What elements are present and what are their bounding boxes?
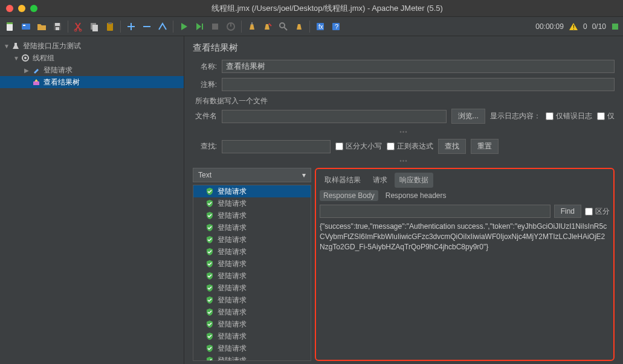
find-button[interactable]: Find	[554, 205, 581, 218]
svg-rect-2	[22, 24, 30, 30]
result-item[interactable]: 登陆请求	[193, 270, 311, 282]
result-item[interactable]: 登陆请求	[193, 185, 311, 197]
maximize-icon[interactable]	[30, 5, 37, 12]
search-input[interactable]	[222, 140, 331, 153]
svg-rect-28	[612, 24, 618, 30]
svg-rect-20	[251, 22, 253, 25]
result-list[interactable]: 登陆请求登陆请求登陆请求登陆请求登陆请求登陆请求登陆请求登陆请求登陆请求登陆请求…	[193, 185, 311, 361]
success-shield-icon	[205, 247, 214, 256]
stop-icon[interactable]	[208, 20, 222, 33]
svg-text:?: ?	[335, 23, 338, 30]
start-no-pause-icon[interactable]	[193, 20, 206, 33]
titlebar: 线程组.jmx (/Users/joel/Desktop/线程组.jmx) - …	[0, 0, 623, 17]
name-label: 名称:	[193, 62, 217, 72]
tree-label: 查看结果树	[44, 77, 80, 88]
open-file-icon[interactable]	[35, 20, 48, 33]
result-item[interactable]: 登陆请求	[193, 342, 311, 354]
thread-count: 0/10	[592, 22, 606, 31]
search-label: 查找:	[193, 141, 217, 152]
help-icon[interactable]: ?	[329, 20, 343, 33]
success-shield-icon	[205, 320, 214, 328]
case-sensitive-checkbox[interactable]: 区分大小写	[335, 141, 382, 152]
tab-2[interactable]: 响应数据	[395, 173, 433, 188]
tree-test-plan[interactable]: ▼ 登陆接口压力测试	[0, 40, 184, 52]
result-item[interactable]: 登陆请求	[193, 258, 311, 270]
flask-icon	[11, 41, 21, 51]
subtab-0[interactable]: Response Body	[320, 190, 378, 201]
result-item[interactable]: 登陆请求	[193, 330, 311, 342]
svg-rect-31	[33, 81, 39, 85]
shutdown-icon[interactable]	[224, 20, 237, 33]
tree-view-results[interactable]: 查看结果树	[0, 76, 184, 88]
pipette-icon	[31, 65, 41, 75]
new-file-icon[interactable]	[4, 20, 17, 33]
result-item[interactable]: 登陆请求	[193, 282, 311, 294]
result-item[interactable]: 登陆请求	[193, 197, 311, 209]
svg-text:!: !	[573, 24, 575, 31]
clear-icon[interactable]	[245, 20, 259, 33]
expand-icon[interactable]	[124, 20, 138, 33]
tree-toggle-icon[interactable]: ▶	[24, 67, 31, 74]
start-icon[interactable]	[177, 20, 190, 33]
function-helper-icon[interactable]: fx	[314, 20, 327, 33]
reset-search-icon[interactable]	[292, 20, 306, 33]
reset-button[interactable]: 重置	[471, 139, 499, 154]
warn-count: 0	[583, 22, 587, 31]
result-item[interactable]: 登陆请求	[193, 234, 311, 246]
result-item-label: 登陆请求	[218, 199, 247, 209]
renderer-dropdown[interactable]: Text ▾	[193, 168, 311, 182]
result-item-label: 登陆请求	[218, 307, 247, 318]
only-error-checkbox[interactable]: 仅错误日志	[546, 111, 592, 121]
subtabs: Response BodyResponse headers	[320, 190, 610, 201]
elapsed-time: 00:00:09	[535, 22, 564, 31]
result-item[interactable]: 登陆请求	[193, 354, 311, 361]
clear-all-icon[interactable]	[261, 20, 274, 33]
browse-button[interactable]: 浏览...	[451, 109, 485, 124]
copy-icon[interactable]	[88, 20, 101, 33]
search-icon[interactable]	[277, 20, 290, 33]
gear-icon	[21, 53, 30, 63]
svg-rect-5	[55, 23, 60, 26]
result-item-label: 登陆请求	[218, 271, 247, 281]
result-item[interactable]: 登陆请求	[193, 318, 311, 330]
tree-toggle-icon[interactable]: ▼	[13, 55, 21, 62]
svg-rect-3	[23, 25, 25, 26]
results-tree-icon	[31, 77, 41, 87]
result-item-label: 登陆请求	[218, 295, 247, 305]
result-item[interactable]: 登陆请求	[193, 306, 311, 318]
search-button[interactable]: 查找	[438, 139, 466, 154]
result-item[interactable]: 登陆请求	[193, 294, 311, 306]
toggle-icon[interactable]	[156, 20, 169, 33]
save-icon[interactable]	[51, 20, 64, 33]
find-input[interactable]	[320, 205, 550, 218]
only-partial-checkbox[interactable]: 仅	[597, 111, 615, 121]
cut-icon[interactable]	[72, 20, 85, 33]
tab-0[interactable]: 取样器结果	[320, 173, 366, 188]
regex-checkbox[interactable]: 正则表达式	[387, 141, 433, 152]
tree-http-request[interactable]: ▶ 登陆请求	[0, 64, 184, 76]
tree-thread-group[interactable]: ▼ 线程组	[0, 52, 184, 64]
find-case-checkbox[interactable]: 区分	[585, 206, 610, 217]
test-plan-tree[interactable]: ▼ 登陆接口压力测试 ▼ 线程组 ▶ 登陆请求 查看结果树	[0, 36, 184, 364]
filename-input[interactable]	[222, 110, 447, 123]
tab-1[interactable]: 请求	[368, 173, 392, 188]
success-shield-icon	[205, 344, 214, 353]
name-input[interactable]	[222, 60, 615, 73]
result-item[interactable]: 登陆请求	[193, 222, 311, 234]
paste-icon[interactable]	[103, 20, 117, 33]
response-body[interactable]: {"success":true,"message":"Authenticatio…	[320, 222, 610, 356]
templates-icon[interactable]	[19, 20, 33, 33]
result-item[interactable]: 登陆请求	[193, 246, 311, 258]
collapse-icon[interactable]	[140, 20, 153, 33]
svg-rect-16	[202, 24, 203, 30]
close-icon[interactable]	[6, 5, 13, 12]
success-shield-icon	[205, 356, 214, 361]
svg-line-22	[284, 27, 287, 30]
divider: •••	[193, 158, 615, 164]
minimize-icon[interactable]	[18, 5, 25, 12]
result-item[interactable]: 登陆请求	[193, 209, 311, 222]
comment-input[interactable]	[222, 78, 615, 91]
tree-toggle-icon[interactable]: ▼	[4, 43, 11, 49]
toolbar: fx ? 00:00:09 ! 0 0/10	[0, 17, 623, 36]
subtab-1[interactable]: Response headers	[382, 190, 450, 201]
